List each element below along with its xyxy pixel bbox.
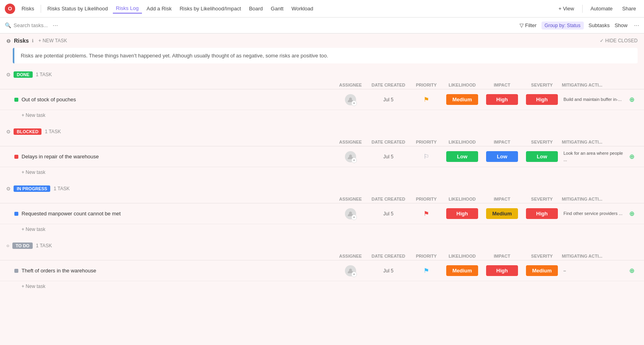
task-name-done-0[interactable]: Out of stock of pouches xyxy=(22,97,335,103)
task-assignee-blocked-0[interactable] xyxy=(335,151,366,162)
task-date-ip-0: Jul 5 xyxy=(366,211,410,217)
col-priority-header-td: PRIORITY xyxy=(410,254,442,258)
task-likelihood-done-0[interactable]: Medium xyxy=(442,94,482,105)
task-impact-ip-0[interactable]: Medium xyxy=(482,208,522,219)
nav-add-risk[interactable]: Add a Risk xyxy=(144,4,175,13)
automate-button[interactable]: Automate xyxy=(587,4,616,13)
avatar[interactable] xyxy=(345,94,356,105)
task-impact-done-0[interactable]: High xyxy=(482,94,522,105)
search-box[interactable]: 🔍 Search tasks... xyxy=(5,22,48,28)
task-date-blocked-0: Jul 5 xyxy=(366,154,410,160)
col-impact-header-td: IMPACT xyxy=(482,254,522,258)
task-severity-blocked-0[interactable]: Low xyxy=(522,151,562,162)
task-name-td-0[interactable]: Theft of orders in the warehouse xyxy=(22,268,335,274)
task-name-blocked-0[interactable]: Delays in repair of the warehouse xyxy=(22,154,335,160)
new-task-blocked[interactable]: + New task xyxy=(0,167,644,177)
blocked-collapse-icon[interactable]: ⊙ xyxy=(6,129,10,134)
avatar[interactable] xyxy=(345,265,356,276)
col-priority-header-ip: PRIORITY xyxy=(410,197,442,201)
nav-risks-status[interactable]: Risks Status by Likelihood xyxy=(44,4,111,13)
nav-gantt[interactable]: Gantt xyxy=(268,4,287,13)
task-priority-td-0[interactable]: ⚑ xyxy=(410,267,442,274)
task-date-done-0: Jul 5 xyxy=(366,97,410,103)
nav-risks-likelihood[interactable]: Risks by Likelihood/Impact xyxy=(176,4,244,13)
task-likelihood-blocked-0[interactable]: Low xyxy=(442,151,482,162)
add-circle-icon[interactable]: ⊕ xyxy=(629,267,634,274)
col-severity-header-ip: SEVERITY xyxy=(522,197,562,201)
nav-risks[interactable]: Risks xyxy=(18,4,37,13)
avatar[interactable] xyxy=(345,151,356,162)
task-assignee-done-0[interactable] xyxy=(335,94,366,105)
section-divider-2 xyxy=(0,177,644,182)
task-priority-blocked-0[interactable]: ⚐ xyxy=(410,153,442,160)
nav-workload[interactable]: Workload xyxy=(288,4,317,13)
group-by-button[interactable]: Group by: Status xyxy=(542,22,584,30)
add-circle-icon[interactable]: ⊕ xyxy=(629,153,634,160)
filter-button[interactable]: ▽ Filter xyxy=(520,22,537,28)
task-add-blocked[interactable]: ⊕ xyxy=(626,153,638,160)
col-severity-header: SEVERITY xyxy=(522,83,562,87)
list-info-icon[interactable]: ℹ xyxy=(32,38,33,43)
new-task-td[interactable]: + New task xyxy=(0,281,644,292)
show-button[interactable]: Show xyxy=(614,22,628,28)
table-row: Requested manpower count cannot be met J… xyxy=(0,203,644,224)
task-likelihood-td-0[interactable]: Medium xyxy=(442,265,482,276)
avatar[interactable] xyxy=(345,208,356,219)
impact-badge-td-0: High xyxy=(486,265,518,276)
task-assignee-ip-0[interactable] xyxy=(335,208,366,219)
col-likelihood-header-td: LIKELIHOOD xyxy=(442,254,482,258)
nav-board[interactable]: Board xyxy=(246,4,266,13)
hide-closed-button[interactable]: ✓ HIDE CLOSED xyxy=(600,38,638,43)
task-add-done[interactable]: ⊕ xyxy=(626,96,638,103)
task-add-ip[interactable]: ⊕ xyxy=(626,210,638,217)
list-collapse-icon[interactable]: ⊖ xyxy=(6,38,11,44)
in-progress-collapse-icon[interactable]: ⊙ xyxy=(6,186,10,191)
task-assignee-td-0[interactable] xyxy=(335,265,366,276)
section-in-progress-header[interactable]: ⊙ IN PROGRESS 1 TASK xyxy=(0,182,644,195)
filter-icon: ▽ xyxy=(520,22,524,28)
task-priority-done-0[interactable]: ⚑ xyxy=(410,96,442,103)
new-task-done[interactable]: + New task xyxy=(0,110,644,120)
subtasks-button[interactable]: Subtasks xyxy=(589,22,610,28)
nav-risks-log[interactable]: Risks Log xyxy=(113,4,142,14)
task-name-ip-0[interactable]: Requested manpower count cannot be met xyxy=(22,211,335,217)
section-done-header[interactable]: ⊙ DONE 1 TASK xyxy=(0,68,644,81)
toolbar: 🔍 Search tasks... ··· ▽ Filter Group by:… xyxy=(0,18,644,34)
task-impact-blocked-0[interactable]: Low xyxy=(482,151,522,162)
toolbar-more-options-icon[interactable]: ··· xyxy=(634,22,639,29)
priority-flag-icon: ⚐ xyxy=(423,153,429,160)
task-severity-done-0[interactable]: High xyxy=(522,94,562,105)
task-impact-td-0[interactable]: High xyxy=(482,265,522,276)
task-severity-td-0[interactable]: Medium xyxy=(522,265,562,276)
col-assignee-header-td: ASSIGNEE xyxy=(335,254,366,258)
task-likelihood-ip-0[interactable]: High xyxy=(442,208,482,219)
list-header: ⊖ Risks ℹ + NEW TASK ✓ HIDE CLOSED xyxy=(0,34,644,48)
likelihood-badge-done-0: Medium xyxy=(446,94,478,105)
toolbar-more-icon[interactable]: ··· xyxy=(53,22,58,29)
top-nav: O Risks Risks Status by Likelihood Risks… xyxy=(0,0,644,18)
new-task-header-button[interactable]: + NEW TASK xyxy=(38,38,67,43)
task-mitigating-done-0: Build and maintain buffer in-... xyxy=(562,97,626,103)
nav-divider-2 xyxy=(582,5,583,13)
new-task-ip[interactable]: + New task xyxy=(0,224,644,235)
section-to-do-header[interactable]: ○ TO DO 1 TASK xyxy=(0,239,644,252)
section-blocked-header[interactable]: ⊙ BLOCKED 1 TASK xyxy=(0,125,644,138)
col-severity-header-b: SEVERITY xyxy=(522,140,562,144)
col-date-header: DATE CREATED xyxy=(366,83,410,87)
col-mitigating-header: MITIGATING ACTI... xyxy=(562,83,626,87)
add-circle-icon[interactable]: ⊕ xyxy=(629,210,634,217)
col-assignee-header-b: ASSIGNEE xyxy=(335,140,366,144)
done-collapse-icon[interactable]: ⊙ xyxy=(6,72,10,77)
likelihood-badge-ip-0: High xyxy=(446,208,478,219)
to-do-collapse-icon[interactable]: ○ xyxy=(6,243,9,248)
view-button[interactable]: + View xyxy=(555,4,577,13)
task-add-td[interactable]: ⊕ xyxy=(626,267,638,274)
blocked-col-headers: ASSIGNEE DATE CREATED PRIORITY LIKELIHOO… xyxy=(0,138,644,146)
likelihood-badge-blocked-0: Low xyxy=(446,151,478,162)
task-priority-ip-0[interactable]: ⚑ xyxy=(410,210,442,217)
share-button[interactable]: Share xyxy=(619,4,639,13)
task-severity-ip-0[interactable]: High xyxy=(522,208,562,219)
checkmark-icon: ✓ xyxy=(600,38,604,43)
add-circle-icon[interactable]: ⊕ xyxy=(629,96,634,103)
col-impact-header: IMPACT xyxy=(482,83,522,87)
